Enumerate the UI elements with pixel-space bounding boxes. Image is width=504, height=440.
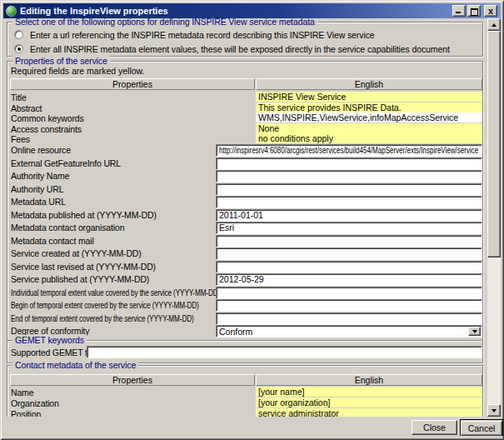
field-row: Authority Name: [7, 170, 484, 182]
abstract-cell[interactable]: This service provides INSPIRE Data.: [256, 102, 482, 112]
combo-dropdown-button[interactable]: [468, 327, 481, 336]
row-label: Metadata published at (YYYY-MM-DD): [11, 210, 157, 220]
access-constraints-cell[interactable]: None: [256, 123, 482, 133]
chevron-down-icon: [472, 330, 477, 333]
titlebar[interactable]: Editing the InspireView properties x: [3, 3, 501, 18]
title-cell[interactable]: INSPIRE View Service: [256, 92, 482, 102]
window-controls: x: [452, 5, 497, 17]
row-label: Metadata URL: [11, 197, 66, 207]
metadata-url-input[interactable]: [216, 196, 482, 208]
field-row: Metadata URL: [7, 196, 484, 208]
radio-unselected-icon[interactable]: [14, 30, 23, 39]
row-label: Position: [11, 409, 41, 417]
dialog-window: Editing the InspireView properties x Sel…: [0, 0, 504, 440]
minimize-button[interactable]: [452, 5, 466, 17]
row-label: Organization: [11, 398, 59, 408]
maximize-icon: [471, 8, 478, 16]
row-label: End of temporal extent covered by the se…: [11, 313, 194, 323]
row-label: Authority Name: [11, 171, 69, 181]
field-row: End of temporal extent covered by the se…: [7, 312, 484, 325]
row-label: Service last revised at (YYYY-MM-DD): [11, 262, 156, 272]
field-row: Service created at (YYYY-MM-DD): [7, 248, 484, 260]
close-icon: x: [485, 6, 497, 16]
metadata-published-input[interactable]: 2011-01-01: [216, 209, 482, 222]
metadata-contact-mail-input[interactable]: [216, 235, 482, 248]
row-label: Common keywords: [11, 113, 84, 123]
cancel-button[interactable]: Cancel: [461, 421, 502, 436]
contact-name-cell[interactable]: [your name]: [256, 387, 482, 397]
field-row: Metadata contact mail: [7, 235, 484, 248]
column-header-properties: Properties: [10, 374, 255, 386]
field-row: Metadata contact organisation Esri: [7, 222, 484, 234]
contact-organization-cell[interactable]: [your organization]: [256, 398, 482, 408]
column-header-english: English: [256, 374, 482, 386]
scroll-down-button[interactable]: [487, 404, 501, 417]
service-last-revised-input[interactable]: [216, 261, 482, 273]
field-row: Online resource http://inspiresrv4:6080/…: [7, 144, 484, 157]
field-row: Individual temporal extent value covered…: [7, 287, 484, 299]
properties-groupbox: Properties of the service Required field…: [7, 61, 483, 341]
authority-url-input[interactable]: [216, 183, 482, 196]
individual-temporal-extent-input[interactable]: [216, 287, 482, 299]
row-label: Begin of temporal extent covered by the …: [11, 300, 199, 310]
row-label: Authority URL: [11, 184, 63, 194]
minimize-icon: [456, 12, 461, 13]
field-row: External GetFeatureInfo URL: [7, 158, 484, 170]
contact-position-cell[interactable]: service administrator: [256, 408, 482, 417]
selected-option: Conform: [219, 327, 252, 337]
begin-temporal-extent-input[interactable]: [216, 299, 482, 312]
row-label: Individual temporal extent value covered…: [11, 288, 220, 298]
degree-of-conformity-select[interactable]: Conform: [216, 325, 482, 338]
row-label: Abstract: [11, 103, 42, 113]
contact-groupbox: Contact metadata of the service Properti…: [7, 365, 483, 417]
row-label: Metadata contact organisation: [11, 222, 124, 232]
scrollbar-thumb[interactable]: [487, 31, 501, 258]
service-created-input[interactable]: [216, 248, 482, 260]
column-header-english: English: [256, 78, 482, 90]
gemet-group-title: GEMET keywords: [12, 335, 87, 345]
authority-name-input[interactable]: [216, 170, 482, 182]
radio-selected-icon[interactable]: [14, 44, 23, 53]
scroll-up-icon: [492, 23, 497, 27]
row-label: Name: [11, 388, 33, 398]
external-getfeatureinfo-url-input[interactable]: [216, 158, 482, 170]
row-label: Access constraints: [11, 124, 82, 134]
row-label: Title: [11, 92, 27, 102]
cancel-button-default-ring: Cancel: [460, 419, 503, 436]
field-row: Service last revised at (YYYY-MM-DD): [7, 261, 484, 273]
row-label: External GetFeatureInfo URL: [11, 158, 121, 168]
row-label: Online resource: [11, 145, 71, 155]
options-groupbox: Select one of the following options for …: [7, 22, 483, 57]
dialog-content: Select one of the following options for …: [3, 18, 501, 417]
field-row: Service published at (YYYY-MM-DD) 2012-0…: [7, 273, 484, 286]
options-group-title: Select one of the following options for …: [12, 18, 317, 27]
maximize-button[interactable]: [467, 5, 481, 17]
online-resource-input[interactable]: http://inspiresrv4:6080/arcgis/rest/serv…: [216, 144, 482, 157]
row-label: Metadata contact mail: [11, 236, 94, 246]
scroll-up-button[interactable]: [487, 18, 501, 31]
radio-option-element-values[interactable]: Enter all INSPIRE metadata element value…: [14, 43, 481, 55]
radio-option-label: Enter a url referencing the INSPIRE meta…: [30, 30, 375, 40]
common-keywords-cell[interactable]: WMS,INSPIRE,ViewService,infoMapAccessSer…: [256, 112, 482, 122]
properties-group-title: Properties of the service: [12, 56, 110, 66]
vertical-scrollbar[interactable]: [487, 18, 501, 417]
field-row: Authority URL: [7, 183, 484, 196]
footer: Close Cancel: [3, 417, 501, 437]
radio-option-label: Enter all INSPIRE metadata element value…: [30, 44, 450, 54]
field-row: Begin of temporal extent covered by the …: [7, 299, 484, 312]
close-button[interactable]: Close: [412, 420, 457, 435]
row-label: Service created at (YYYY-MM-DD): [11, 248, 142, 258]
end-temporal-extent-input[interactable]: [216, 312, 482, 325]
scroll-down-icon: [492, 409, 497, 412]
close-window-button[interactable]: x: [484, 5, 497, 17]
radio-option-metadata-url[interactable]: Enter a url referencing the INSPIRE meta…: [14, 29, 481, 41]
gemet-themes-input[interactable]: [87, 346, 482, 358]
required-note: Required fields are marked yellow.: [11, 66, 145, 76]
globe-icon: [6, 6, 17, 17]
row-label: Service published at (YYYY-MM-DD): [11, 274, 149, 284]
service-published-input[interactable]: 2012-05-29: [216, 273, 482, 286]
metadata-contact-organisation-input[interactable]: Esri: [216, 222, 482, 234]
column-header-properties: Properties: [10, 78, 255, 90]
fees-cell[interactable]: no conditions apply: [256, 133, 482, 143]
table-row: Position service administrator: [7, 408, 484, 417]
